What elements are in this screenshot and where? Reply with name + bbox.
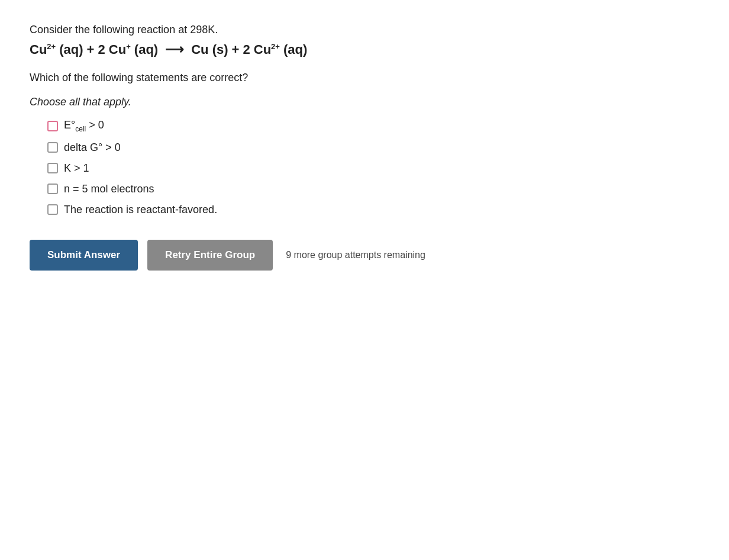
checkbox-4[interactable] — [47, 184, 58, 194]
attempts-remaining: 9 more group attempts remaining — [286, 250, 425, 260]
option-label-5: The reaction is reactant-favored. — [64, 204, 217, 216]
option-label-1: E°cell > 0 — [64, 119, 104, 133]
option-label-3: K > 1 — [64, 162, 89, 175]
product2: 2 Cu2+ (aq) — [243, 42, 307, 57]
options-list: E°cell > 0 delta G° > 0 K > 1 n = 5 mol … — [47, 119, 699, 216]
plus-sign-2: + — [232, 42, 240, 57]
product1: Cu (s) — [191, 42, 228, 57]
buttons-row: Submit Answer Retry Entire Group 9 more … — [30, 240, 699, 271]
choose-instruction: Choose all that apply. — [30, 96, 699, 108]
reactant1: Cu2+ (aq) — [30, 42, 83, 57]
plus-sign-1: + — [87, 42, 95, 57]
reactant2: 2 Cu+ (aq) — [98, 42, 158, 57]
reaction-arrow: ⟶ — [165, 42, 184, 57]
list-item: The reaction is reactant-favored. — [47, 204, 699, 216]
checkbox-1[interactable] — [47, 121, 58, 131]
list-item: E°cell > 0 — [47, 119, 699, 133]
checkbox-5[interactable] — [47, 204, 58, 215]
list-item: delta G° > 0 — [47, 141, 699, 154]
option-label-4: n = 5 mol electrons — [64, 183, 154, 195]
list-item: K > 1 — [47, 162, 699, 175]
question-intro: Consider the following reaction at 298K. — [30, 24, 699, 36]
list-item: n = 5 mol electrons — [47, 183, 699, 195]
retry-button[interactable]: Retry Entire Group — [147, 240, 273, 271]
reaction-equation: Cu2+ (aq) + 2 Cu+ (aq) ⟶ Cu (s) + 2 Cu2+… — [30, 42, 699, 57]
option-label-2: delta G° > 0 — [64, 141, 121, 154]
question-text: Which of the following statements are co… — [30, 72, 699, 84]
checkbox-2[interactable] — [47, 142, 58, 153]
submit-button[interactable]: Submit Answer — [30, 240, 138, 271]
checkbox-3[interactable] — [47, 163, 58, 173]
